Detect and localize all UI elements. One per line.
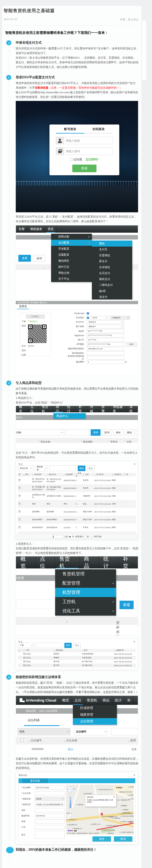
forgot-password-link[interactable]: 忘记密码?: [85, 158, 99, 161]
menu-item-op-log[interactable]: 操作日志: [51, 264, 92, 270]
point-code-field[interactable]: [35, 785, 65, 789]
select-all-checkbox[interactable]: [18, 473, 21, 475]
nav-system[interactable]: 系统: [45, 225, 56, 232]
build-date-field[interactable]: [35, 814, 65, 818]
remark-field[interactable]: [35, 831, 65, 839]
table-row[interactable]: 统一阳光魔力黑谷PET250ml统一阳光魔力黑谷PET250ml 6925303…: [18, 484, 136, 492]
nav-points[interactable]: 点位: [35, 556, 55, 568]
refund-delay-select[interactable]: 5分钟: [91, 316, 108, 320]
route-name-select[interactable]: 请选择: [35, 797, 65, 801]
login-button[interactable]: 登录: [72, 164, 97, 172]
zoom-out-button[interactable]: −: [69, 808, 72, 811]
geo-location-field[interactable]: [35, 803, 65, 807]
menu-item-pay-config[interactable]: 支付配置▶: [51, 240, 92, 246]
merchant-type-select[interactable]: 服务商户: [87, 325, 124, 329]
goods-search-input[interactable]: [66, 429, 89, 436]
submenu-qrcode-pay[interactable]: 二维码支付: [92, 282, 132, 288]
query-button[interactable]: 查询: [78, 466, 85, 471]
tab-point-list[interactable]: 点位列表: [28, 718, 40, 722]
close-icon[interactable]: ✕: [133, 463, 135, 466]
table-row[interactable]: 海苔海苔 海苔5 食品2017-07-04 14:01:14 袋装: [18, 500, 136, 508]
menu-item-model-mgmt[interactable]: 机型管理: [55, 588, 116, 597]
menu-item-traffic-config[interactable]: 流量配置: [51, 252, 92, 258]
sort-icon[interactable]: [39, 440, 40, 442]
select-all-checkbox[interactable]: [21, 739, 24, 742]
nav-reconcile[interactable]: 对账: [87, 406, 99, 412]
search-input[interactable]: [36, 643, 63, 648]
submenu-wechat[interactable]: 微信: [92, 241, 132, 247]
submenu-rong-e-lian[interactable]: 融e联: [92, 288, 132, 294]
point-code-select[interactable]: 点位编号: [74, 728, 107, 735]
nav-overview[interactable]: 概览: [59, 696, 72, 705]
sort-icon[interactable]: [81, 440, 82, 442]
tab-account-login[interactable]: 帐号登录: [56, 127, 84, 133]
submenu-long-pay[interactable]: 龙支付: [92, 294, 132, 300]
menu-item-region-mgmt[interactable]: 区域管理: [73, 705, 117, 711]
per-page-select[interactable]: 30: [84, 535, 93, 538]
nav-goods[interactable]: 商品: [100, 696, 112, 705]
wechat-rate-field[interactable]: [87, 360, 124, 364]
table-row[interactable]: 达利园法式小面包达利园法式小面包 552542545241 功能饮料2017-0…: [18, 492, 136, 500]
vendor-select[interactable]: 厂家: [18, 643, 34, 648]
row-checkbox[interactable]: [18, 526, 21, 528]
sort-icon[interactable]: [83, 474, 84, 476]
password-field[interactable]: [64, 148, 112, 155]
submenu-bestpay[interactable]: 翼支付: [92, 258, 132, 265]
sort-icon[interactable]: [23, 474, 24, 476]
nav-goods[interactable]: 商品: [53, 406, 64, 412]
cost-field[interactable]: [35, 808, 65, 812]
nav-system[interactable]: 系统: [126, 406, 138, 412]
edit-button[interactable]: 修改: [113, 429, 123, 436]
sort-icon[interactable]: [66, 620, 68, 623]
point-name-link[interactable]: 默认: [68, 748, 73, 751]
page-input[interactable]: [52, 535, 63, 538]
row-checkbox[interactable]: [18, 518, 21, 521]
scrollbar-thumb[interactable]: [142, 20, 146, 81]
sort-icon[interactable]: [23, 650, 24, 652]
add-button[interactable]: 新增: [33, 255, 45, 262]
sort-icon[interactable]: [64, 474, 65, 476]
row-checkbox[interactable]: [18, 503, 21, 505]
search-input[interactable]: [111, 728, 138, 735]
save-button[interactable]: 保存: [93, 836, 111, 842]
view-button[interactable]: 查看: [120, 601, 134, 609]
add-button[interactable]: 新增: [102, 429, 112, 436]
nav-stats[interactable]: 统计: [112, 696, 125, 705]
close-icon[interactable]: ✕: [113, 796, 115, 798]
submenu-jd-wallet[interactable]: 京东钱包: [92, 264, 132, 270]
sort-icon[interactable]: [47, 474, 48, 476]
query-button[interactable]: 查询: [65, 643, 72, 648]
table-row[interactable]: 富士冰山饮料机23货道饮料机2017-03-06 15:11:59: [18, 652, 136, 656]
table-row[interactable]: 富士冰山弹簧机大型食品机2017-03-06 15:10:43: [18, 656, 136, 660]
zoom-in-button[interactable]: +: [69, 794, 72, 796]
name-select[interactable]: 商品简称: [35, 466, 48, 471]
cancel-button[interactable]: 取消: [114, 836, 132, 842]
submenu-unionpay[interactable]: 银联支付: [92, 276, 132, 282]
refund-items-select[interactable]: 2 项被选中: [110, 316, 130, 320]
sort-icon[interactable]: [114, 650, 115, 652]
category-select[interactable]: 所有分类: [18, 466, 33, 471]
email-field[interactable]: [64, 137, 112, 144]
nav-alert[interactable]: 告警: [99, 406, 110, 412]
search-input[interactable]: [49, 466, 76, 471]
submenu-member-pay[interactable]: 会员支付: [92, 270, 132, 276]
nav-points[interactable]: 点位: [72, 696, 84, 705]
refund-notify-field[interactable]: [87, 351, 124, 355]
remember-checkbox[interactable]: [70, 158, 73, 161]
row-checkbox[interactable]: [18, 495, 21, 497]
pickup-notify-field[interactable]: [87, 356, 124, 360]
import-button[interactable]: 引入: [73, 643, 80, 648]
row-checkbox[interactable]: [18, 479, 21, 481]
table-row[interactable]: 00000000 默认 北京: [16, 746, 138, 753]
sort-icon[interactable]: [123, 474, 124, 476]
nav-machines[interactable]: 售货机: [84, 696, 100, 705]
nav-stats[interactable]: 统计: [99, 556, 118, 568]
query-button[interactable]: 查询: [91, 429, 101, 436]
nav-vas[interactable]: 增值服务: [110, 406, 126, 412]
menu-item-distribution[interactable]: 配货管理▶: [55, 579, 116, 588]
import-button[interactable]: 引入: [136, 429, 138, 436]
nav-overview[interactable]: 概览: [16, 556, 35, 568]
tab-scan-login[interactable]: 扫码登录: [84, 127, 113, 133]
sort-icon[interactable]: [82, 650, 83, 652]
nav-goods[interactable]: 商品: [79, 556, 99, 568]
